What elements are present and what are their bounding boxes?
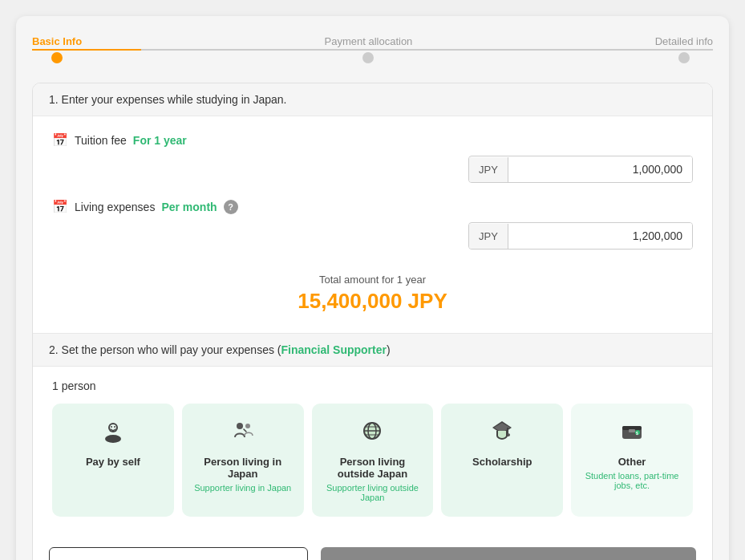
step-basic-info: Basic Info — [32, 35, 82, 63]
living-period: Per month — [161, 201, 217, 213]
tuition-input-row: JPY — [52, 156, 693, 183]
svg-point-4 — [114, 426, 115, 428]
step-payment-allocation-label: Payment allocation — [325, 35, 413, 47]
card-person-outside-japan[interactable]: Person living outside Japan Supporter li… — [312, 404, 434, 517]
living-input-group: JPY — [468, 222, 693, 250]
main-card: 1. Enter your expenses while studying in… — [32, 83, 713, 560]
step-basic-info-label: Basic Info — [32, 35, 82, 47]
card-scholarship-title: Scholarship — [472, 456, 532, 468]
card-person-outside-japan-icon — [359, 418, 385, 449]
page-container: Basic Info Payment allocation Detailed i… — [16, 16, 729, 560]
living-input[interactable] — [508, 223, 692, 249]
tuition-input-group: JPY — [468, 156, 693, 183]
living-input-row: JPY — [52, 222, 693, 250]
card-scholarship-icon — [489, 418, 515, 449]
total-label: Total amount for 1 year — [52, 274, 693, 286]
calendar-icon-tuition: 📅 — [52, 132, 68, 148]
svg-point-5 — [237, 423, 243, 429]
card-other[interactable]: $ Other Student loans, part-time jobs, e… — [571, 404, 693, 517]
svg-point-6 — [245, 424, 250, 428]
card-other-subtitle: Student loans, part-time jobs, etc. — [581, 471, 683, 490]
card-other-title: Other — [618, 456, 646, 468]
step-detailed-info-dot — [678, 52, 690, 63]
card-scholarship[interactable]: Scholarship — [441, 404, 563, 517]
card-person-in-japan-subtitle: Supporter living in Japan — [194, 483, 291, 493]
step-payment-allocation-dot — [362, 52, 374, 63]
tuition-input[interactable] — [508, 156, 692, 182]
card-pay-by-self-icon — [100, 418, 126, 449]
progress-bar: Basic Info Payment allocation Detailed i… — [32, 35, 713, 63]
step-detailed-info-label: Detailed info — [655, 35, 713, 47]
living-label-row: 📅 Living expenses Per month ? — [52, 199, 693, 214]
button-row: Return Save and continue — [33, 536, 712, 560]
progress-track: Basic Info Payment allocation Detailed i… — [32, 35, 713, 63]
card-other-icon: $ — [619, 418, 645, 449]
total-amount: 15,400,000 JPY — [52, 289, 693, 314]
svg-point-3 — [111, 426, 112, 428]
tuition-period: For 1 year — [133, 134, 187, 147]
card-person-outside-japan-title: Person living outside Japan — [322, 456, 424, 480]
section2-header-end: ) — [387, 343, 391, 356]
help-icon[interactable]: ? — [224, 200, 238, 214]
card-person-in-japan-icon — [230, 418, 256, 449]
section1-content: 📅 Tuition fee For 1 year JPY 📅 Living ex… — [33, 116, 712, 333]
supporter-cards: Pay by self Person living in Japan Sup — [52, 404, 693, 517]
tuition-currency: JPY — [469, 157, 508, 182]
step-detailed-info: Detailed info — [655, 35, 713, 63]
card-person-in-japan-title: Person living in Japan — [192, 456, 294, 480]
person-count: 1 person — [52, 379, 693, 392]
step-basic-info-dot — [51, 52, 63, 63]
living-label: Living expenses — [75, 201, 155, 213]
continue-button[interactable]: Save and continue — [321, 547, 696, 560]
tuition-label: Tuition fee — [75, 134, 127, 147]
section1-header: 1. Enter your expenses while studying in… — [33, 83, 712, 116]
svg-text:$: $ — [636, 431, 638, 436]
tuition-row: 📅 Tuition fee For 1 year JPY — [52, 132, 693, 183]
svg-line-7 — [244, 429, 246, 432]
section2-content: 1 person Pay by self — [33, 367, 712, 536]
living-currency: JPY — [469, 224, 508, 249]
section2-header-text: 2. Set the person who will pay your expe… — [49, 343, 281, 356]
total-section: Total amount for 1 year 15,400,000 JPY — [52, 266, 693, 317]
svg-rect-19 — [629, 429, 635, 432]
svg-point-1 — [105, 435, 121, 443]
section2-header: 2. Set the person who will pay your expe… — [33, 334, 712, 367]
card-pay-by-self-title: Pay by self — [86, 456, 140, 468]
tuition-label-row: 📅 Tuition fee For 1 year — [52, 132, 693, 148]
return-button[interactable]: Return — [49, 547, 308, 560]
card-person-in-japan[interactable]: Person living in Japan Supporter living … — [182, 404, 304, 517]
living-row: 📅 Living expenses Per month ? JPY — [52, 199, 693, 250]
card-pay-by-self[interactable]: Pay by self — [52, 404, 174, 517]
step-payment-allocation: Payment allocation — [325, 35, 413, 63]
calendar-icon-living: 📅 — [52, 199, 68, 214]
financial-supporter-link[interactable]: Financial Supporter — [281, 343, 387, 356]
card-person-outside-japan-subtitle: Supporter living outside Japan — [322, 483, 424, 502]
